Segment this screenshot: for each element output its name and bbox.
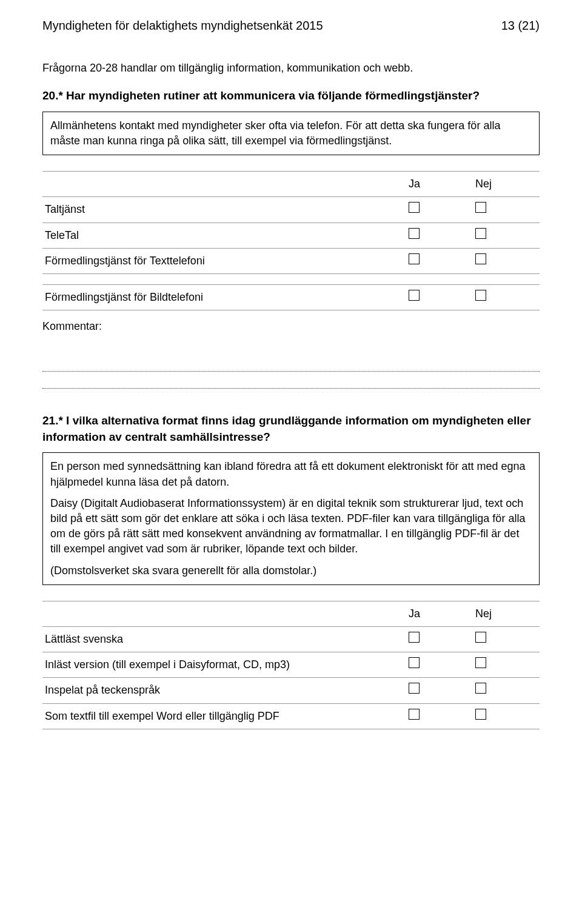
q21-info-p2: Daisy (Digitalt Audiobaserat Information… xyxy=(50,496,532,557)
checkbox[interactable] xyxy=(475,683,486,694)
q20-info-text: Allmänhetens kontakt med myndigheter ske… xyxy=(50,118,532,149)
q21-col-no: Nej xyxy=(473,601,540,626)
checkbox[interactable] xyxy=(409,202,420,213)
q20-comment-block: Kommentar: xyxy=(42,319,540,389)
checkbox[interactable] xyxy=(409,632,420,643)
q20-col-no: Nej xyxy=(473,172,540,197)
q21-row-label: Inspelat på teckenspråk xyxy=(42,678,406,703)
q21-info-box: En person med synnedsättning kan ibland … xyxy=(42,452,540,584)
q20-col-empty xyxy=(42,172,406,197)
q21-col-yes: Ja xyxy=(406,601,473,626)
checkbox[interactable] xyxy=(475,253,486,264)
q20-row-label: TeleTal xyxy=(42,223,406,248)
checkbox[interactable] xyxy=(475,657,486,668)
checkbox[interactable] xyxy=(475,632,486,643)
q21-row-label: Inläst version (till exempel i Daisyform… xyxy=(42,652,406,678)
q21-row-label: Som textfil till exempel Word eller till… xyxy=(42,703,406,729)
q21-table: Ja Nej Lättläst svenska Inläst version (… xyxy=(42,601,540,729)
checkbox[interactable] xyxy=(475,290,486,301)
checkbox[interactable] xyxy=(409,253,420,264)
q21-row-label: Lättläst svenska xyxy=(42,626,406,652)
comment-line[interactable] xyxy=(42,358,540,372)
q20-row-label: Förmedlingstjänst för Bildtelefoni xyxy=(42,284,406,310)
checkbox[interactable] xyxy=(409,683,420,694)
checkbox[interactable] xyxy=(475,709,486,720)
q20-comment-label: Kommentar: xyxy=(42,319,540,334)
section-intro: Frågorna 20-28 handlar om tillgänglig in… xyxy=(42,61,540,76)
doc-title: Myndigheten för delaktighets myndighetse… xyxy=(42,17,323,34)
document-header: Myndigheten för delaktighets myndighetse… xyxy=(42,17,540,34)
q20-row-label: Förmedlingstjänst för Texttelefoni xyxy=(42,248,406,273)
checkbox[interactable] xyxy=(409,657,420,668)
q21-info-p3: (Domstolsverket ska svara generellt för … xyxy=(50,563,532,578)
q20-title: 20.* Har myndigheten rutiner att kommuni… xyxy=(42,88,540,104)
q20-info-box: Allmänhetens kontakt med myndigheter ske… xyxy=(42,112,540,155)
checkbox[interactable] xyxy=(409,290,420,301)
q21-info-p1: En person med synnedsättning kan ibland … xyxy=(50,459,532,489)
q21-title: 21.* I vilka alternativa format finns id… xyxy=(42,413,540,445)
checkbox[interactable] xyxy=(409,709,420,720)
page-indicator: 13 (21) xyxy=(501,17,540,34)
checkbox[interactable] xyxy=(409,228,420,239)
comment-line[interactable] xyxy=(42,375,540,389)
q20-row-label: Taltjänst xyxy=(42,197,406,223)
q20-table: Ja Nej Taltjänst TeleTal Förmedlingstjän… xyxy=(42,171,540,310)
checkbox[interactable] xyxy=(475,202,486,213)
checkbox[interactable] xyxy=(475,228,486,239)
q21-col-empty xyxy=(42,601,406,626)
q20-col-yes: Ja xyxy=(406,172,473,197)
